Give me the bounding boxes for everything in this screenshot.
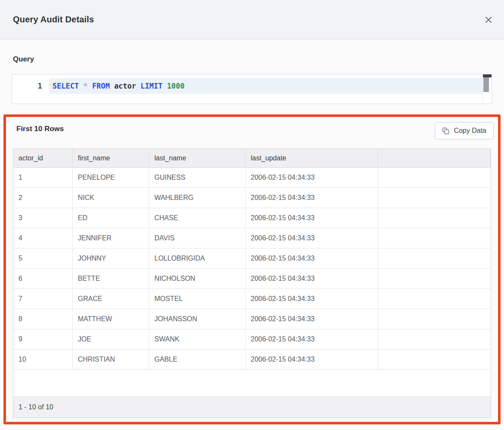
table-cell: 2 (13, 188, 73, 208)
line-number: 1 (12, 78, 49, 94)
table-cell: BETTE (73, 269, 149, 289)
table-row: 8MATTHEWJOHANSSON2006-02-15 04:34:33 (13, 309, 491, 329)
table-cell: GRACE (73, 289, 149, 309)
table-cell: WAHLBERG (149, 188, 246, 208)
table-cell: GUINESS (149, 168, 246, 187)
table-cell: 2006-02-15 04:34:33 (246, 350, 378, 369)
column-header: last_update (246, 149, 378, 167)
column-header: first_name (73, 149, 149, 167)
table-cell: MOSTEL (149, 289, 246, 309)
table-row: 7GRACEMOSTEL2006-02-15 04:34:33 (13, 289, 491, 309)
table-cell: 7 (13, 289, 73, 309)
table-row: 10CHRISTIANGABLE2006-02-15 04:34:33 (13, 350, 491, 370)
copy-data-button[interactable]: Copy Data (435, 122, 494, 139)
table-cell: JOHANSSON (149, 309, 246, 329)
table-cell (378, 329, 491, 349)
results-section: First 10 Rows Copy Data actor_idfirst_na… (3, 114, 501, 424)
scrollbar-thumb[interactable] (483, 77, 489, 92)
sql-token: LIMIT (141, 82, 163, 90)
table-filler (13, 370, 491, 396)
table-row: 2NICKWAHLBERG2006-02-15 04:34:33 (13, 188, 491, 208)
copy-icon (442, 127, 449, 135)
table-cell: NICHOLSON (149, 269, 246, 289)
results-title: First 10 Rows (16, 125, 64, 133)
table-cell (378, 249, 491, 268)
table-cell: 2006-02-15 04:34:33 (246, 309, 378, 329)
table-cell: 5 (13, 249, 73, 268)
table-cell: 4 (13, 228, 73, 248)
table-row: 3EDCHASE2006-02-15 04:34:33 (13, 208, 491, 228)
table-cell: GABLE (149, 350, 246, 369)
code-line-content: SELECT * FROM actor LIMIT 1000 (49, 78, 482, 94)
table-row: 1PENELOPEGUINESS2006-02-15 04:34:33 (13, 168, 491, 188)
table-cell (378, 289, 491, 309)
table-cell (378, 350, 491, 369)
modal-header: Query Audit Details (0, 0, 504, 40)
table-cell: JOE (73, 329, 149, 349)
table-row: 4JENNIFERDAVIS2006-02-15 04:34:33 (13, 228, 491, 249)
table-cell (378, 188, 491, 208)
table-row: 5JOHNNYLOLLOBRIGIDA2006-02-15 04:34:33 (13, 249, 491, 269)
table-cell: 1 (13, 168, 73, 187)
column-header (378, 149, 491, 167)
table-cell: 10 (13, 350, 73, 369)
copy-button-label: Copy Data (454, 127, 486, 135)
table-cell: LOLLOBRIGIDA (149, 249, 246, 268)
table-cell: CHRISTIAN (73, 350, 149, 369)
table-cell (378, 309, 491, 329)
table-cell: 2006-02-15 04:34:33 (246, 249, 378, 268)
sql-token: SELECT (52, 82, 79, 90)
table-cell: SWANK (149, 329, 246, 349)
table-header-row: actor_idfirst_namelast_namelast_update (13, 149, 491, 168)
modal-title: Query Audit Details (0, 15, 94, 25)
table-cell: PENELOPE (73, 168, 149, 187)
scrollbar-cap (483, 74, 492, 77)
table-cell: 2006-02-15 04:34:33 (246, 208, 378, 228)
sql-token: * (83, 82, 88, 90)
table-cell: NICK (73, 188, 149, 208)
results-table: actor_idfirst_namelast_namelast_update 1… (13, 148, 491, 418)
editor-scrollbar[interactable] (482, 74, 492, 104)
table-cell: 6 (13, 269, 73, 289)
table-pagination: 1 - 10 of 10 (13, 396, 491, 418)
column-header: last_name (149, 149, 246, 167)
table-cell: 2006-02-15 04:34:33 (246, 228, 378, 248)
table-row: 9JOESWANK2006-02-15 04:34:33 (13, 329, 491, 350)
table-cell: JOHNNY (73, 249, 149, 268)
table-cell (378, 208, 491, 228)
column-header: actor_id (13, 149, 73, 167)
table-cell: 9 (13, 329, 73, 349)
table-cell: DAVIS (149, 228, 246, 248)
table-cell (378, 269, 491, 289)
table-cell: 2006-02-15 04:34:33 (246, 168, 378, 187)
table-body: 1PENELOPEGUINESS2006-02-15 04:34:332NICK… (13, 168, 491, 370)
sql-code-editor[interactable]: 1 SELECT * FROM actor LIMIT 1000 (12, 74, 492, 104)
sql-token: actor (114, 82, 136, 90)
close-icon (485, 16, 492, 24)
sql-token: 1000 (167, 82, 184, 90)
table-cell: 3 (13, 208, 73, 228)
table-row: 6BETTENICHOLSON2006-02-15 04:34:33 (13, 269, 491, 289)
table-cell: 8 (13, 309, 73, 329)
query-section-label: Query (13, 55, 34, 64)
table-cell: CHASE (149, 208, 246, 228)
table-cell: 2006-02-15 04:34:33 (246, 329, 378, 349)
table-cell: 2006-02-15 04:34:33 (246, 188, 378, 208)
close-button[interactable] (480, 11, 497, 28)
table-cell: ED (73, 208, 149, 228)
table-cell: JENNIFER (73, 228, 149, 248)
sql-token: FROM (92, 82, 110, 90)
table-cell: MATTHEW (73, 309, 149, 329)
table-cell (378, 168, 491, 187)
table-cell (378, 228, 491, 248)
table-cell: 2006-02-15 04:34:33 (246, 289, 378, 309)
table-cell: 2006-02-15 04:34:33 (246, 269, 378, 289)
